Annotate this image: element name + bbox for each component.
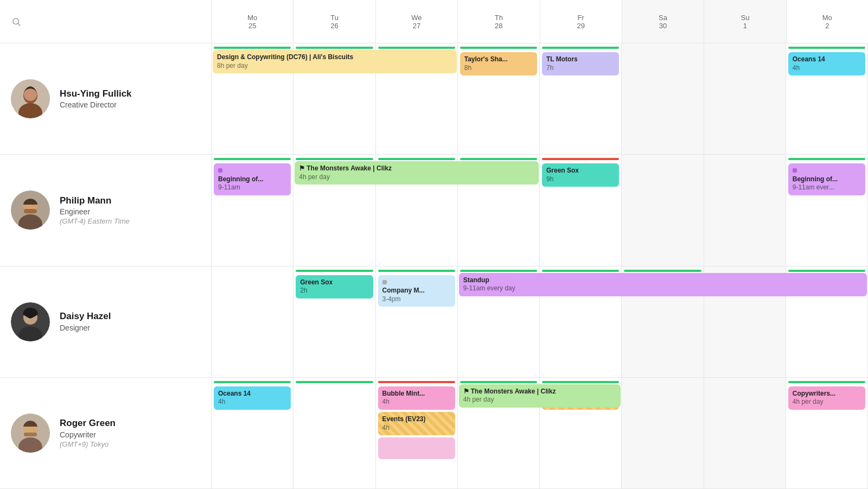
availability-bar — [214, 47, 291, 49]
person-info-3: Roger GreenCopywriter(GMT+9) Tokyo — [0, 378, 212, 488]
cal-day-3-0: Oceans 144h — [212, 378, 293, 488]
event-block[interactable]: Beginning of...9-11am — [214, 163, 291, 195]
day-headers: Mo25Tu26We27Th28Fr29Sa30Su1Mo2 — [212, 0, 868, 43]
cal-day-3-6 — [704, 378, 786, 488]
event-block[interactable]: Green Sox9h — [542, 163, 619, 187]
availability-bar — [624, 47, 701, 49]
day-header-1: Tu26 — [293, 0, 375, 43]
header-left — [0, 0, 212, 43]
avatar — [11, 302, 50, 341]
cal-day-2-1: Green Sox2h — [293, 266, 375, 377]
event-block-span[interactable]: ⚑The Monsters Awake | Clikz4h per day — [459, 384, 621, 408]
cal-day-0-5 — [622, 43, 704, 154]
day-name: Fr — [578, 14, 584, 22]
event-sub: 9-11am every day — [463, 284, 863, 293]
flag-icon: ⚑ — [299, 164, 305, 173]
calendar-row-3: Oceans 144hBubble Mint...4hEvents (EV23)… — [212, 378, 868, 488]
cal-day-0-4: TL Motors7h — [540, 43, 622, 154]
event-dot — [218, 168, 222, 173]
event-sub: 4h — [382, 424, 451, 433]
cal-day-0-6 — [704, 43, 786, 154]
event-sub: 3-4pm — [382, 295, 451, 304]
availability-bar — [788, 47, 865, 49]
availability-bar — [706, 270, 783, 272]
availability-bar — [378, 158, 455, 160]
avatar — [11, 414, 50, 453]
event-block[interactable]: Taylor's Sha...8h — [460, 52, 537, 75]
event-title: ⚑The Monsters Awake | Clikz — [299, 164, 534, 173]
person-info-1: Philip MannEngineer(GMT-4) Eastern Time — [0, 155, 212, 265]
availability-bar — [460, 270, 537, 272]
flag-icon: ⚑ — [463, 388, 469, 396]
availability-bar — [706, 47, 783, 49]
person-timezone: (GMT-4) Eastern Time — [60, 217, 130, 225]
search-button[interactable] — [9, 14, 24, 29]
availability-bar — [460, 47, 537, 49]
person-row-3: Roger GreenCopywriter(GMT+9) TokyoOceans… — [0, 378, 868, 489]
availability-bar — [296, 270, 373, 272]
cal-day-1-4: Green Sox9h — [540, 155, 622, 265]
day-header-3: Th28 — [458, 0, 540, 43]
event-title: Oceans 14 — [793, 55, 861, 64]
svg-rect-16 — [24, 433, 37, 436]
calendar-header: Mo25Tu26We27Th28Fr29Sa30Su1Mo2 — [0, 0, 868, 43]
day-name: Sa — [659, 14, 667, 22]
cal-day-1-0: Beginning of...9-11am — [212, 155, 293, 265]
day-num: 25 — [248, 22, 256, 30]
day-num: 29 — [577, 22, 584, 30]
availability-bar — [542, 158, 619, 160]
event-block[interactable]: Beginning of...9-11am ever... — [788, 163, 865, 195]
day-name: Mo — [247, 14, 257, 22]
event-block[interactable]: Green Sox2h — [296, 275, 373, 299]
availability-bar — [624, 381, 701, 383]
event-sub: 7h — [546, 64, 615, 73]
person-role: Copywriter — [60, 430, 116, 439]
event-dot — [382, 280, 387, 284]
availability-bar — [542, 270, 619, 272]
calendar-row-1: Beginning of...9-11amGreen Sox9hBeginnin… — [212, 155, 868, 265]
event-block-span[interactable]: Standup9-11am every day — [459, 273, 867, 296]
event-sub: 4h per day — [299, 173, 534, 182]
event-title: TL Motors — [546, 55, 615, 64]
event-sub: 4h — [382, 398, 451, 407]
event-block[interactable]: Oceans 144h — [214, 386, 291, 410]
avatar — [11, 190, 50, 230]
person-role: Engineer — [60, 207, 130, 216]
availability-bar — [214, 381, 291, 383]
cal-day-3-2: Bubble Mint...4hEvents (EV23)4h — [376, 378, 458, 488]
event-title: Copywriters... — [793, 390, 861, 398]
event-title: Oceans 14 — [218, 390, 286, 398]
event-title: Green Sox — [300, 278, 368, 287]
event-block-span[interactable]: Design & Copywriting (DC76) | Ali's Bisc… — [213, 50, 457, 73]
availability-bar — [706, 158, 783, 160]
day-name: Mo — [822, 14, 832, 22]
cal-day-1-6 — [704, 155, 786, 265]
availability-bar — [378, 270, 455, 272]
event-block[interactable]: TL Motors7h — [542, 52, 619, 75]
day-name: We — [411, 14, 422, 22]
cal-day-0-3: Taylor's Sha...8h — [458, 43, 540, 154]
event-title: Bubble Mint... — [382, 390, 451, 398]
event-sub: 8h — [464, 64, 533, 73]
event-block-span[interactable]: ⚑The Monsters Awake | Clikz4h per day — [295, 161, 539, 185]
event-block[interactable]: Copywriters...4h per day — [788, 386, 865, 410]
calendar-body: Hsu-Ying FullickCreative DirectorTaylor'… — [0, 43, 868, 489]
event-title: Beginning of... — [793, 175, 861, 184]
day-header-2: We27 — [376, 0, 458, 43]
event-sub: 9h — [546, 175, 615, 184]
event-block[interactable]: Events (EV23)4h — [378, 412, 455, 435]
availability-bar — [624, 158, 701, 160]
event-sub: 9-11am — [218, 183, 286, 192]
event-title: ⚑The Monsters Awake | Clikz — [463, 388, 617, 396]
svg-point-0 — [13, 18, 19, 24]
event-block[interactable]: Bubble Mint...4h — [378, 386, 455, 410]
avatar — [11, 79, 50, 118]
cal-day-3-7: Copywriters...4h per day — [786, 378, 868, 488]
event-block[interactable]: Company M...3-4pm — [378, 275, 455, 307]
event-block[interactable] — [378, 437, 455, 459]
day-header-4: Fr29 — [540, 0, 622, 43]
event-sub: 4h per day — [793, 398, 861, 407]
event-title: Design & Copywriting (DC76) | Ali's Bisc… — [217, 53, 452, 62]
availability-bar — [296, 47, 373, 49]
event-block[interactable]: Oceans 144h — [788, 52, 865, 75]
